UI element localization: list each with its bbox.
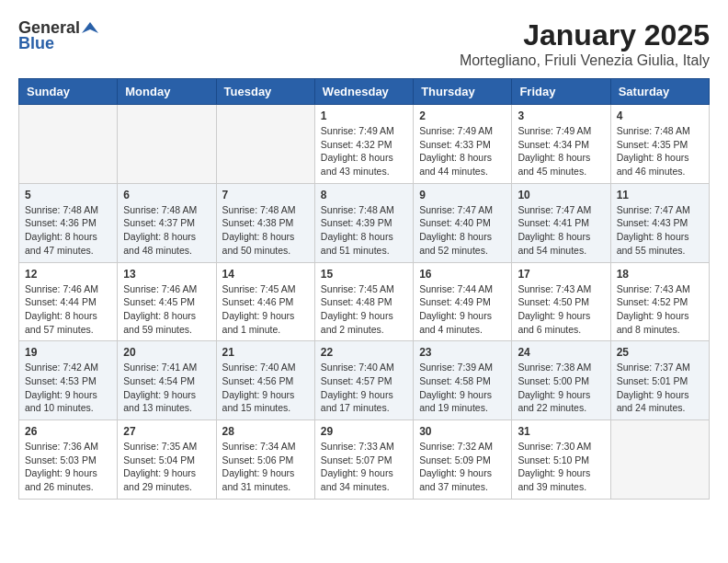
day-number: 20 — [123, 346, 210, 359]
day-number: 16 — [419, 268, 506, 281]
day-number: 25 — [617, 346, 703, 359]
calendar-cell: 23Sunrise: 7:39 AMSunset: 4:58 PMDayligh… — [414, 341, 512, 420]
calendar-cell: 10Sunrise: 7:47 AMSunset: 4:41 PMDayligh… — [512, 183, 610, 262]
day-info: Sunrise: 7:30 AMSunset: 5:10 PMDaylight:… — [518, 440, 604, 494]
day-number: 30 — [419, 425, 506, 438]
day-number: 24 — [518, 346, 604, 359]
calendar-week-5: 26Sunrise: 7:36 AMSunset: 5:03 PMDayligh… — [19, 420, 710, 500]
day-number: 8 — [321, 189, 407, 201]
calendar-cell: 2Sunrise: 7:49 AMSunset: 4:33 PMDaylight… — [414, 105, 512, 184]
day-number: 22 — [321, 346, 407, 359]
day-number: 21 — [222, 346, 309, 359]
day-info: Sunrise: 7:33 AMSunset: 5:07 PMDaylight:… — [321, 440, 407, 494]
calendar-cell: 29Sunrise: 7:33 AMSunset: 5:07 PMDayligh… — [314, 420, 413, 500]
day-number: 7 — [222, 189, 309, 201]
day-number: 13 — [123, 268, 210, 281]
day-info: Sunrise: 7:38 AMSunset: 5:00 PMDaylight:… — [518, 361, 604, 415]
day-info: Sunrise: 7:44 AMSunset: 4:49 PMDaylight:… — [419, 282, 506, 337]
day-info: Sunrise: 7:49 AMSunset: 4:34 PMDaylight:… — [518, 124, 604, 178]
calendar-week-2: 5Sunrise: 7:48 AMSunset: 4:36 PMDaylight… — [19, 183, 710, 262]
calendar-cell: 13Sunrise: 7:46 AMSunset: 4:45 PMDayligh… — [118, 262, 216, 341]
day-info: Sunrise: 7:36 AMSunset: 5:03 PMDaylight:… — [25, 440, 111, 494]
calendar-cell: 24Sunrise: 7:38 AMSunset: 5:00 PMDayligh… — [512, 341, 610, 420]
title-section: January 2025 Mortegliano, Friuli Venezia… — [460, 18, 710, 69]
day-header-wednesday: Wednesday — [314, 79, 413, 105]
calendar-cell — [19, 105, 118, 184]
calendar-cell: 30Sunrise: 7:32 AMSunset: 5:09 PMDayligh… — [414, 420, 512, 500]
svg-marker-0 — [82, 22, 98, 33]
calendar-cell: 20Sunrise: 7:41 AMSunset: 4:54 PMDayligh… — [118, 341, 216, 420]
calendar-cell: 11Sunrise: 7:47 AMSunset: 4:43 PMDayligh… — [610, 183, 709, 262]
day-number: 23 — [419, 346, 506, 359]
day-info: Sunrise: 7:47 AMSunset: 4:41 PMDaylight:… — [518, 203, 604, 258]
day-number: 12 — [25, 268, 111, 281]
day-info: Sunrise: 7:41 AMSunset: 4:54 PMDaylight:… — [123, 361, 210, 415]
logo-blue: Blue — [18, 34, 54, 53]
day-number: 1 — [321, 109, 407, 122]
calendar-cell: 21Sunrise: 7:40 AMSunset: 4:56 PMDayligh… — [216, 341, 314, 420]
day-info: Sunrise: 7:40 AMSunset: 4:57 PMDaylight:… — [321, 361, 407, 415]
day-header-saturday: Saturday — [610, 79, 709, 105]
day-info: Sunrise: 7:45 AMSunset: 4:46 PMDaylight:… — [222, 282, 309, 337]
day-info: Sunrise: 7:34 AMSunset: 5:06 PMDaylight:… — [222, 440, 309, 494]
calendar-week-1: 1Sunrise: 7:49 AMSunset: 4:32 PMDaylight… — [19, 105, 710, 184]
day-info: Sunrise: 7:42 AMSunset: 4:53 PMDaylight:… — [25, 361, 111, 415]
page-header: General Blue January 2025 Mortegliano, F… — [18, 18, 710, 69]
day-number: 6 — [123, 189, 210, 201]
day-info: Sunrise: 7:47 AMSunset: 4:40 PMDaylight:… — [419, 203, 506, 258]
day-info: Sunrise: 7:40 AMSunset: 4:56 PMDaylight:… — [222, 361, 309, 415]
calendar-cell: 3Sunrise: 7:49 AMSunset: 4:34 PMDaylight… — [512, 105, 610, 184]
day-info: Sunrise: 7:35 AMSunset: 5:04 PMDaylight:… — [123, 440, 210, 494]
day-header-tuesday: Tuesday — [216, 79, 314, 105]
day-info: Sunrise: 7:46 AMSunset: 4:45 PMDaylight:… — [123, 282, 210, 337]
day-info: Sunrise: 7:48 AMSunset: 4:35 PMDaylight:… — [617, 124, 703, 178]
calendar-table: SundayMondayTuesdayWednesdayThursdayFrid… — [18, 78, 710, 500]
calendar-cell — [118, 105, 216, 184]
day-number: 18 — [617, 268, 703, 281]
day-number: 3 — [518, 109, 604, 122]
day-info: Sunrise: 7:39 AMSunset: 4:58 PMDaylight:… — [419, 361, 506, 415]
day-number: 2 — [419, 109, 506, 122]
calendar-cell: 22Sunrise: 7:40 AMSunset: 4:57 PMDayligh… — [314, 341, 413, 420]
calendar-cell: 5Sunrise: 7:48 AMSunset: 4:36 PMDaylight… — [19, 183, 118, 262]
calendar-cell: 9Sunrise: 7:47 AMSunset: 4:40 PMDaylight… — [414, 183, 512, 262]
calendar-cell: 7Sunrise: 7:48 AMSunset: 4:38 PMDaylight… — [216, 183, 314, 262]
day-number: 9 — [419, 189, 506, 201]
location-title: Mortegliano, Friuli Venezia Giulia, Ital… — [460, 52, 710, 69]
calendar-cell: 27Sunrise: 7:35 AMSunset: 5:04 PMDayligh… — [118, 420, 216, 500]
day-info: Sunrise: 7:48 AMSunset: 4:39 PMDaylight:… — [321, 203, 407, 258]
day-number: 28 — [222, 425, 309, 438]
calendar-cell: 18Sunrise: 7:43 AMSunset: 4:52 PMDayligh… — [610, 262, 709, 341]
logo-bird-icon — [82, 20, 98, 37]
day-info: Sunrise: 7:48 AMSunset: 4:37 PMDaylight:… — [123, 203, 210, 258]
day-number: 19 — [25, 346, 111, 359]
day-header-monday: Monday — [118, 79, 216, 105]
calendar-cell: 15Sunrise: 7:45 AMSunset: 4:48 PMDayligh… — [314, 262, 413, 341]
calendar-cell: 1Sunrise: 7:49 AMSunset: 4:32 PMDaylight… — [314, 105, 413, 184]
day-info: Sunrise: 7:32 AMSunset: 5:09 PMDaylight:… — [419, 440, 506, 494]
day-number: 11 — [617, 189, 703, 201]
month-title: January 2025 — [460, 18, 710, 52]
day-info: Sunrise: 7:49 AMSunset: 4:33 PMDaylight:… — [419, 124, 506, 178]
calendar-cell — [216, 105, 314, 184]
day-info: Sunrise: 7:47 AMSunset: 4:43 PMDaylight:… — [617, 203, 703, 258]
day-header-thursday: Thursday — [414, 79, 512, 105]
logo: General Blue — [18, 18, 98, 53]
calendar-cell: 31Sunrise: 7:30 AMSunset: 5:10 PMDayligh… — [512, 420, 610, 500]
calendar-cell: 25Sunrise: 7:37 AMSunset: 5:01 PMDayligh… — [610, 341, 709, 420]
calendar-cell: 8Sunrise: 7:48 AMSunset: 4:39 PMDaylight… — [314, 183, 413, 262]
day-number: 4 — [617, 109, 703, 122]
day-number: 27 — [123, 425, 210, 438]
calendar-cell: 17Sunrise: 7:43 AMSunset: 4:50 PMDayligh… — [512, 262, 610, 341]
day-info: Sunrise: 7:43 AMSunset: 4:52 PMDaylight:… — [617, 282, 703, 337]
calendar-cell: 16Sunrise: 7:44 AMSunset: 4:49 PMDayligh… — [414, 262, 512, 341]
day-number: 17 — [518, 268, 604, 281]
day-info: Sunrise: 7:37 AMSunset: 5:01 PMDaylight:… — [617, 361, 703, 415]
calendar-cell: 26Sunrise: 7:36 AMSunset: 5:03 PMDayligh… — [19, 420, 118, 500]
day-info: Sunrise: 7:48 AMSunset: 4:38 PMDaylight:… — [222, 203, 309, 258]
day-number: 29 — [321, 425, 407, 438]
day-number: 15 — [321, 268, 407, 281]
day-number: 31 — [518, 425, 604, 438]
day-info: Sunrise: 7:46 AMSunset: 4:44 PMDaylight:… — [25, 282, 111, 337]
calendar-header-row: SundayMondayTuesdayWednesdayThursdayFrid… — [19, 79, 710, 105]
